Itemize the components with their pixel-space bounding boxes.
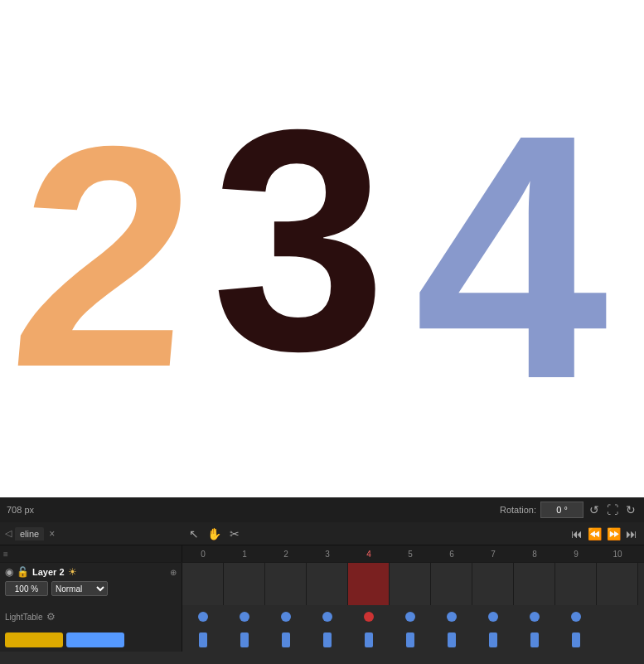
keyframe-9[interactable] — [571, 612, 581, 622]
tick-3: 3 — [307, 550, 348, 559]
cells-track — [182, 563, 644, 605]
cb-left-spacer — [0, 628, 182, 652]
layer-lock-icon[interactable]: 🔓 — [17, 566, 29, 578]
prev-keyframe-button[interactable]: ⏪ — [586, 526, 603, 542]
color-swatch-blue[interactable] — [66, 632, 124, 647]
cell-8[interactable] — [514, 563, 555, 605]
rotation-group: Rotation: ↺ ⛶ ↻ — [500, 502, 637, 518]
prev-frame-button[interactable]: ⏮ — [569, 526, 584, 542]
colorbar-row — [0, 628, 644, 652]
cell-0[interactable] — [182, 563, 224, 605]
keyframe-8[interactable] — [530, 612, 540, 622]
ruler-row: ≡ 0 1 2 3 4 5 6 7 8 9 10 — [0, 545, 644, 562]
tick-0: 0 — [182, 550, 224, 559]
cb-marker-9[interactable] — [572, 632, 580, 647]
hand-tool-button[interactable]: ✋ — [204, 526, 225, 542]
ruler-left-spacer: ≡ — [0, 545, 182, 562]
timeline-tab-area: ◁ eline × — [0, 527, 182, 540]
tick-8: 8 — [514, 550, 555, 559]
keyframe-6[interactable] — [447, 612, 457, 622]
cb-marker-5[interactable] — [406, 632, 414, 647]
cb-marker-4[interactable] — [365, 632, 373, 647]
keyframe-1[interactable] — [240, 612, 249, 622]
settings-icon[interactable]: ⚙ — [46, 611, 56, 623]
timeline-left-icon: ◁ — [5, 528, 12, 539]
canvas-area: 2 3 4 — [0, 0, 644, 497]
zoom-button[interactable]: 100 % — [5, 581, 48, 596]
cell-7[interactable] — [472, 563, 514, 605]
timeline-tab[interactable]: eline — [15, 527, 44, 540]
cell-10[interactable] — [597, 563, 638, 605]
kf-left-spacer: LightTable ⚙ — [0, 605, 182, 628]
layer-name-label: Layer 2 — [32, 567, 65, 577]
select-tool-button[interactable]: ↖ — [186, 526, 202, 542]
cell-5[interactable] — [390, 563, 431, 605]
next-keyframe-button[interactable]: ⏩ — [605, 526, 622, 542]
cell-3[interactable] — [307, 563, 348, 605]
bottom-panel: 708 px Rotation: ↺ ⛶ ↻ ◁ eline × ↖ ✋ ✂ ⏮… — [0, 497, 644, 664]
ruler-numbers: 0 1 2 3 4 5 6 7 8 9 10 — [182, 545, 644, 562]
nav-controls: ⏮ ⏪ ⏩ ⏭ — [569, 526, 644, 542]
number-3: 3 — [211, 83, 386, 398]
expand-icon[interactable]: ⛶ — [605, 502, 620, 518]
timeline-header: ◁ eline × ↖ ✋ ✂ ⏮ ⏪ ⏩ ⏭ — [0, 522, 644, 545]
tick-1: 1 — [224, 550, 265, 559]
keyframe-0[interactable] — [198, 612, 208, 622]
cb-marker-7[interactable] — [489, 632, 497, 647]
rotation-label: Rotation: — [500, 505, 536, 515]
layer-controls: ◉ 🔓 Layer 2 ☀ ⊕ 100 % Normal Multiply Sc… — [0, 563, 182, 605]
cb-marker-3[interactable] — [323, 632, 332, 647]
layer-sun-icon: ☀ — [68, 566, 77, 578]
timeline-tools: ↖ ✋ ✂ — [182, 526, 246, 542]
top-bar: 708 px Rotation: ↺ ⛶ ↻ — [0, 497, 644, 522]
cb-marker-2[interactable] — [282, 632, 290, 647]
refresh-icon[interactable]: ↻ — [624, 502, 637, 518]
reset-rotation-icon[interactable]: ↺ — [588, 502, 601, 518]
layer-row: ◉ 🔓 Layer 2 ☀ ⊕ 100 % Normal Multiply Sc… — [0, 562, 644, 605]
cut-tool-button[interactable]: ✂ — [226, 526, 243, 542]
keyframe-5[interactable] — [405, 612, 415, 622]
cb-timeline[interactable] — [182, 628, 644, 652]
kf-track[interactable] — [182, 605, 644, 628]
ruler-spacer-icon: ≡ — [3, 550, 8, 559]
layer-visibility-icon[interactable]: ◉ — [5, 566, 13, 578]
tick-10: 10 — [597, 550, 638, 559]
keyframe-4-active[interactable] — [364, 612, 374, 622]
layer-extra-icon: ⊕ — [170, 568, 177, 577]
timeline-cells[interactable] — [182, 563, 644, 605]
keyframe-3[interactable] — [322, 612, 332, 622]
blend-mode-select[interactable]: Normal Multiply Screen Overlay — [51, 581, 108, 596]
cb-marker-0[interactable] — [199, 632, 207, 647]
cb-marker-8[interactable] — [530, 632, 539, 647]
next-frame-button[interactable]: ⏭ — [624, 526, 639, 542]
rotation-input[interactable] — [540, 502, 583, 518]
lighttable-label: LightTable — [5, 613, 43, 622]
number-2: 2 — [2, 99, 206, 414]
cell-6[interactable] — [431, 563, 472, 605]
tick-4: 4 — [348, 550, 390, 559]
timeline-tab-close[interactable]: × — [49, 529, 55, 539]
tick-7: 7 — [472, 550, 514, 559]
keyframe-2[interactable] — [281, 612, 291, 622]
keyframe-7[interactable] — [488, 612, 498, 622]
tick-2: 2 — [265, 550, 307, 559]
cb-marker-1[interactable] — [240, 632, 249, 647]
tick-9: 9 — [555, 550, 597, 559]
layer-name-row: ◉ 🔓 Layer 2 ☀ ⊕ — [5, 566, 177, 578]
cb-marker-6[interactable] — [448, 632, 456, 647]
tick-5: 5 — [390, 550, 431, 559]
cell-9[interactable] — [555, 563, 597, 605]
cell-1[interactable] — [224, 563, 265, 605]
cell-2[interactable] — [265, 563, 307, 605]
keyframe-row: LightTable ⚙ — [0, 605, 644, 628]
cell-4[interactable] — [348, 563, 390, 605]
px-label: 708 px — [7, 505, 34, 515]
number-4: 4 — [414, 83, 608, 431]
layer-controls-row: 100 % Normal Multiply Screen Overlay — [5, 581, 177, 596]
tick-6: 6 — [431, 550, 472, 559]
color-swatch-yellow[interactable] — [5, 632, 63, 647]
